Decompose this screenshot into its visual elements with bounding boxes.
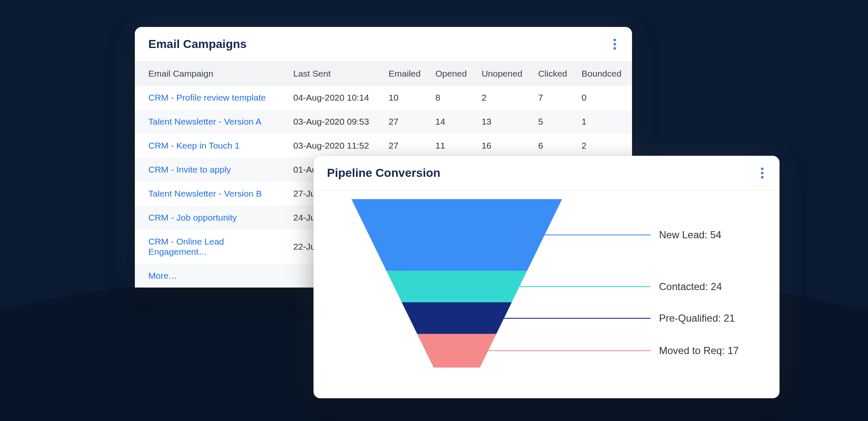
- table-row: CRM - Profile review template04-Aug-2020…: [135, 86, 632, 110]
- pipeline-body: New Lead: 54Contacted: 24Pre-Qualified: …: [313, 191, 780, 401]
- cell-opened[interactable]: 11: [430, 134, 477, 158]
- campaign-link[interactable]: CRM - Profile review template: [148, 93, 266, 102]
- card-header: Email Campaigns: [135, 27, 632, 62]
- cell-emailed[interactable]: 27: [383, 110, 430, 134]
- col-clicked[interactable]: Clicked: [533, 62, 576, 86]
- col-bounced[interactable]: Boundced: [576, 62, 632, 86]
- legend-leader-line: [520, 286, 651, 287]
- cell-clicked[interactable]: 6: [533, 134, 576, 158]
- table-row: CRM - Keep in Touch 103-Aug-2020 11:5227…: [135, 134, 632, 158]
- cell-bounced[interactable]: 0: [576, 86, 632, 110]
- col-unopened[interactable]: Unopened: [477, 62, 533, 86]
- funnel-stage: [402, 302, 512, 334]
- campaign-link[interactable]: CRM - Invite to apply: [148, 165, 231, 174]
- kebab-menu-button[interactable]: [609, 36, 620, 52]
- col-last-sent[interactable]: Last Sent: [288, 62, 383, 86]
- col-emailed[interactable]: Emailed: [383, 62, 430, 86]
- cell-unopened[interactable]: 16: [477, 134, 533, 158]
- col-opened[interactable]: Opened: [430, 62, 477, 86]
- cell-last-sent: 03-Aug-2020 11:52: [288, 134, 383, 158]
- table-row: Talent Newsletter - Version A03-Aug-2020…: [135, 110, 632, 134]
- cell-clicked[interactable]: 5: [533, 110, 576, 134]
- legend-label: Contacted: 24: [659, 281, 722, 293]
- funnel-stage: [417, 334, 496, 368]
- funnel-stage: [386, 271, 527, 302]
- cell-clicked[interactable]: 7: [533, 86, 576, 110]
- campaign-link[interactable]: Talent Newsletter - Version B: [148, 189, 262, 198]
- campaign-link[interactable]: CRM - Online Lead Engagement…: [148, 237, 224, 256]
- cell-last-sent: 04-Aug-2020 10:14: [288, 86, 383, 110]
- legend-label: Moved to Req: 17: [659, 345, 739, 357]
- funnel-chart: [347, 199, 566, 386]
- pipeline-conversion-card: Pipeline Conversion New Lead: 54Contacte…: [313, 156, 780, 398]
- cell-bounced[interactable]: 2: [576, 134, 632, 158]
- card-title: Email Campaigns: [148, 37, 246, 51]
- cell-opened[interactable]: 8: [430, 86, 477, 110]
- cell-unopened[interactable]: 2: [477, 86, 533, 110]
- campaign-link[interactable]: CRM - Job opportunity: [148, 213, 237, 222]
- legend-leader-line: [545, 234, 651, 235]
- more-link[interactable]: More…: [148, 271, 177, 280]
- campaign-link[interactable]: Talent Newsletter - Version A: [148, 117, 261, 126]
- legend-label: New Lead: 54: [659, 229, 721, 241]
- card-header: Pipeline Conversion: [313, 156, 780, 191]
- legend-label: Pre-Qualified: 21: [659, 312, 735, 324]
- cell-last-sent: 03-Aug-2020 09:53: [288, 110, 383, 134]
- cell-emailed[interactable]: 10: [383, 86, 430, 110]
- col-campaign[interactable]: Email Campaign: [135, 62, 288, 86]
- cell-unopened[interactable]: 13: [477, 110, 533, 134]
- funnel-stage: [351, 199, 562, 271]
- cell-opened[interactable]: 14: [430, 110, 477, 134]
- kebab-menu-button[interactable]: [757, 165, 768, 181]
- campaign-link[interactable]: CRM - Keep in Touch 1: [148, 141, 240, 150]
- legend-leader-line: [488, 350, 651, 351]
- legend-leader-line: [504, 318, 651, 319]
- card-title: Pipeline Conversion: [327, 166, 440, 180]
- cell-emailed[interactable]: 27: [383, 134, 430, 158]
- cell-bounced[interactable]: 1: [576, 110, 632, 134]
